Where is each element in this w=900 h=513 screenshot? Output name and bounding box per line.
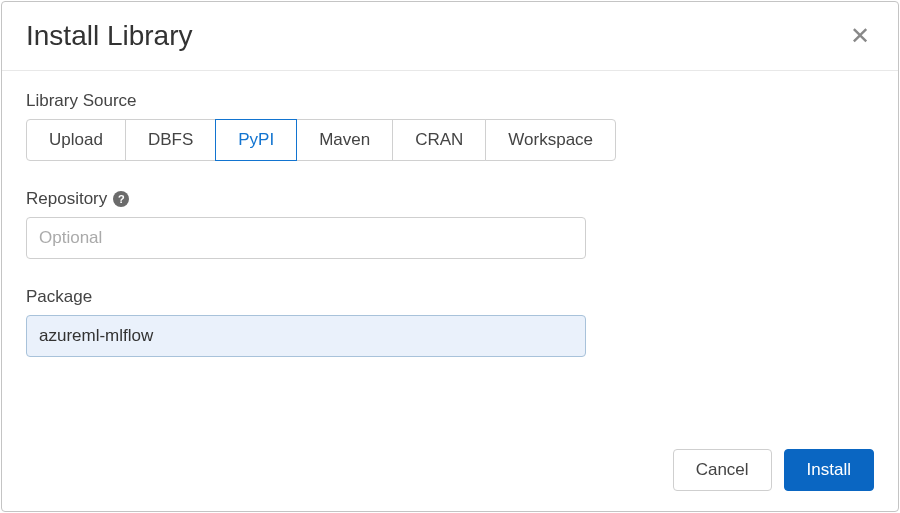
source-option-workspace[interactable]: Workspace [485,119,616,161]
library-source-group: Upload DBFS PyPI Maven CRAN Workspace [26,119,874,161]
repository-input[interactable] [26,217,586,259]
install-library-dialog: Install Library ✕ Library Source Upload … [1,1,899,512]
library-source-label: Library Source [26,91,874,111]
source-option-pypi[interactable]: PyPI [215,119,297,161]
source-option-upload[interactable]: Upload [26,119,126,161]
close-icon[interactable]: ✕ [846,20,874,52]
package-label: Package [26,287,874,307]
source-option-dbfs[interactable]: DBFS [125,119,216,161]
source-option-maven[interactable]: Maven [296,119,393,161]
cancel-button[interactable]: Cancel [673,449,772,491]
repository-label: Repository ? [26,189,874,209]
source-option-cran[interactable]: CRAN [392,119,486,161]
dialog-title: Install Library [26,20,193,52]
package-input[interactable] [26,315,586,357]
repository-label-text: Repository [26,189,107,209]
dialog-header: Install Library ✕ [2,2,898,71]
dialog-body: Library Source Upload DBFS PyPI Maven CR… [2,71,898,433]
help-icon[interactable]: ? [113,191,129,207]
install-button[interactable]: Install [784,449,874,491]
dialog-footer: Cancel Install [2,433,898,511]
